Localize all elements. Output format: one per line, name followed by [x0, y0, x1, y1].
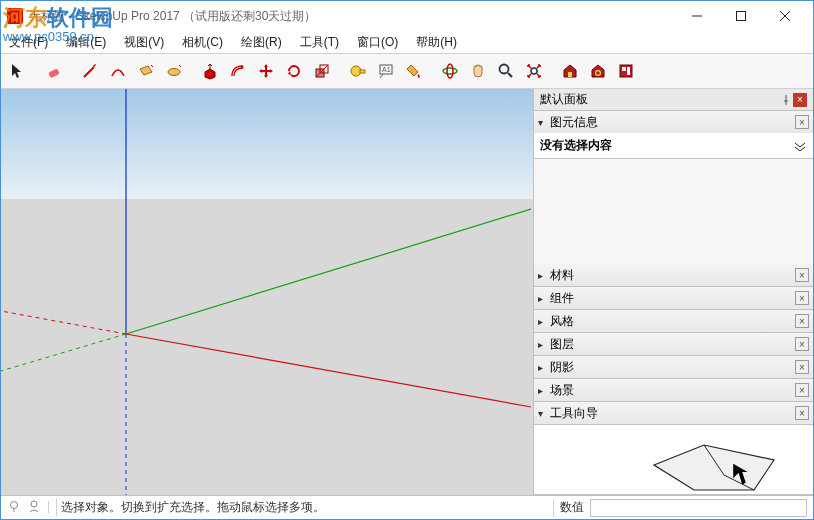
rect-tool[interactable]	[133, 58, 159, 84]
pin-icon[interactable]	[779, 93, 793, 107]
svg-rect-1	[737, 12, 746, 21]
menu-tools[interactable]: 工具(T)	[296, 32, 343, 53]
pushpull-tool[interactable]	[197, 58, 223, 84]
circle-tool[interactable]	[161, 58, 187, 84]
svg-point-20	[531, 68, 537, 74]
measurement-box: 数值	[553, 499, 813, 517]
svg-line-5	[151, 65, 153, 67]
section-layers: 图层 ×	[534, 333, 813, 356]
toolbar: A1	[1, 53, 813, 89]
menu-help[interactable]: 帮助(H)	[412, 32, 461, 53]
section-header-entity[interactable]: 图元信息 ×	[534, 111, 813, 133]
measurement-input[interactable]	[590, 499, 807, 517]
move-tool[interactable]	[253, 58, 279, 84]
chevron-down-icon	[538, 117, 550, 128]
svg-point-16	[443, 68, 457, 74]
tray-title: 默认面板	[540, 91, 775, 108]
line-tool[interactable]	[77, 58, 103, 84]
default-tray: 默认面板 × 图元信息 × 没有选择内容	[533, 89, 813, 495]
app-icon	[7, 8, 23, 24]
svg-rect-24	[622, 67, 626, 71]
entity-info-text: 没有选择内容	[540, 137, 793, 154]
layout-tool[interactable]	[613, 58, 639, 84]
zoom-tool[interactable]	[493, 58, 519, 84]
menubar: 文件(F) 编辑(E) 视图(V) 相机(C) 绘图(R) 工具(T) 窗口(O…	[1, 31, 813, 53]
svg-text:A1: A1	[382, 66, 391, 73]
section-header-styles[interactable]: 风格 ×	[534, 310, 813, 332]
pan-tool[interactable]	[465, 58, 491, 84]
section-styles: 风格 ×	[534, 310, 813, 333]
orbit-tool[interactable]	[437, 58, 463, 84]
section-header-materials[interactable]: 材料 ×	[534, 264, 813, 286]
section-close-icon[interactable]: ×	[795, 268, 809, 282]
menu-window[interactable]: 窗口(O)	[353, 32, 402, 53]
section-header-scenes[interactable]: 场景 ×	[534, 379, 813, 401]
close-button[interactable]	[763, 2, 807, 30]
menu-camera[interactable]: 相机(C)	[178, 32, 227, 53]
section-close-icon[interactable]: ×	[795, 115, 809, 129]
section-close-icon[interactable]: ×	[795, 337, 809, 351]
viewport-3d[interactable]	[1, 89, 533, 495]
text-tool[interactable]: A1	[373, 58, 399, 84]
section-components: 组件 ×	[534, 287, 813, 310]
section-header-instructor[interactable]: 工具向导 ×	[534, 402, 813, 424]
axis-green-neg	[1, 334, 126, 371]
paint-tool[interactable]	[401, 58, 427, 84]
extension-warehouse-tool[interactable]	[585, 58, 611, 84]
section-close-icon[interactable]: ×	[795, 291, 809, 305]
axis-red-neg	[1, 311, 126, 334]
svg-rect-21	[568, 72, 572, 77]
measurement-label: 数值	[560, 499, 584, 516]
section-instructor: 工具向导 ×	[534, 402, 813, 495]
statusbar: | 选择对象。切换到扩充选择。拖动鼠标选择多项。 数值	[1, 495, 813, 519]
scale-tool[interactable]	[309, 58, 335, 84]
tape-tool[interactable]	[345, 58, 371, 84]
section-entity-info: 图元信息 × 没有选择内容	[534, 111, 813, 159]
axes-overlay	[1, 89, 531, 495]
svg-line-7	[179, 65, 181, 67]
section-scenes: 场景 ×	[534, 379, 813, 402]
credits-icon[interactable]	[27, 499, 41, 516]
menu-view[interactable]: 视图(V)	[120, 32, 168, 53]
chevron-right-icon	[538, 339, 550, 350]
section-header-components[interactable]: 组件 ×	[534, 287, 813, 309]
warehouse-tool[interactable]	[557, 58, 583, 84]
tray-header[interactable]: 默认面板 ×	[534, 89, 813, 111]
work-area: 默认面板 × 图元信息 × 没有选择内容	[1, 89, 813, 495]
section-materials: 材料 ×	[534, 264, 813, 287]
offset-tool[interactable]	[225, 58, 251, 84]
section-header-shadows[interactable]: 阴影 ×	[534, 356, 813, 378]
section-close-icon[interactable]: ×	[795, 406, 809, 420]
maximize-button[interactable]	[719, 2, 763, 30]
svg-point-6	[168, 69, 180, 76]
chevron-right-icon	[538, 385, 550, 396]
arc-tool[interactable]	[105, 58, 131, 84]
menu-edit[interactable]: 编辑(E)	[62, 32, 110, 53]
svg-rect-12	[360, 70, 365, 73]
axis-green	[126, 209, 531, 334]
section-shadows: 阴影 ×	[534, 356, 813, 379]
rotate-tool[interactable]	[281, 58, 307, 84]
section-close-icon[interactable]: ×	[795, 314, 809, 328]
svg-line-19	[508, 73, 512, 77]
section-header-layers[interactable]: 图层 ×	[534, 333, 813, 355]
tray-close-icon[interactable]: ×	[793, 93, 807, 107]
zoom-extents-tool[interactable]	[521, 58, 547, 84]
eraser-tool[interactable]	[41, 58, 67, 84]
titlebar: 无标题 - SketchUp Pro 2017 （试用版还剩30天过期）	[1, 1, 813, 31]
svg-point-17	[447, 64, 453, 78]
tray-spacer	[534, 159, 813, 264]
svg-line-15	[380, 74, 383, 78]
minimize-button[interactable]	[675, 2, 719, 30]
section-close-icon[interactable]: ×	[795, 360, 809, 374]
geo-icon[interactable]	[7, 499, 21, 516]
section-close-icon[interactable]: ×	[795, 383, 809, 397]
select-tool[interactable]	[5, 58, 31, 84]
dropdown-icon[interactable]	[793, 139, 807, 153]
menu-file[interactable]: 文件(F)	[5, 32, 52, 53]
axis-red	[126, 334, 531, 407]
chevron-right-icon	[538, 270, 550, 281]
chevron-right-icon	[538, 316, 550, 327]
entity-info-body: 没有选择内容	[534, 133, 813, 158]
menu-draw[interactable]: 绘图(R)	[237, 32, 286, 53]
